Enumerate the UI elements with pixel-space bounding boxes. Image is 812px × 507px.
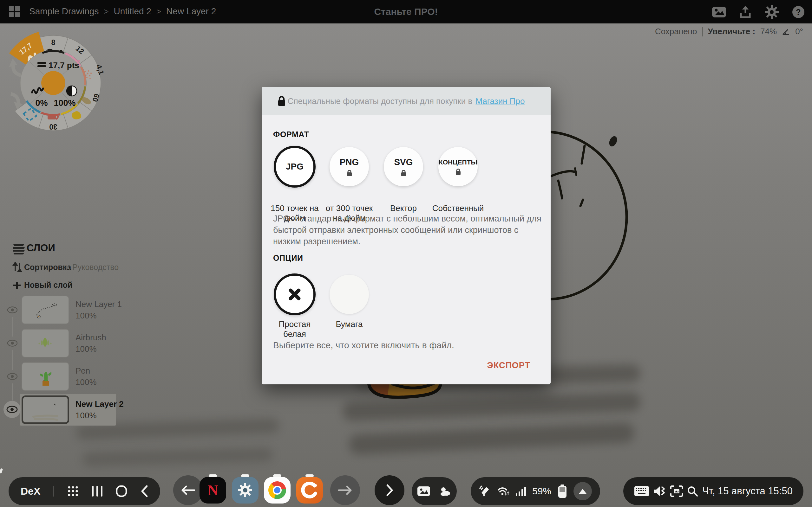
layer-opacity: 100%: [75, 344, 97, 354]
max-opacity-value[interactable]: 100%: [54, 98, 75, 108]
concepts-icon: [301, 481, 318, 499]
layer-thumbnail[interactable]: [21, 395, 69, 424]
back-button[interactable]: [141, 485, 148, 498]
format-option-svg[interactable]: SVG: [384, 147, 423, 186]
x-icon: [287, 287, 302, 302]
gallery-menu-icon[interactable]: [8, 6, 20, 18]
screenshot-icon[interactable]: [670, 486, 683, 497]
sort-label[interactable]: Сортировка: [24, 263, 71, 272]
app-chrome[interactable]: [264, 477, 291, 504]
recent-apps-button[interactable]: [92, 485, 103, 497]
layer-opacity: 100%: [75, 411, 97, 420]
zoom-label: Увеличьте :: [708, 26, 755, 37]
export-button[interactable]: ЭКСПОРТ: [487, 360, 530, 371]
home-button[interactable]: [115, 485, 128, 497]
format-sublabel: Вектор: [375, 204, 432, 213]
settings-button[interactable]: [764, 4, 779, 20]
running-app-indicator: [209, 474, 217, 477]
banner-text: Специальные форматы доступны для покупки…: [288, 96, 473, 106]
layer-thumbnail[interactable]: [21, 329, 69, 357]
brush-wheel[interactable]: 17,7 8 12 4,1 60 30 17,7 pts 0: [0, 25, 114, 146]
battery-percent: 59%: [532, 486, 551, 497]
nav-back-button[interactable]: [173, 475, 203, 505]
breadcrumb-project[interactable]: Sample Drawings: [29, 6, 99, 16]
angle-icon: [782, 28, 790, 36]
zoom-value[interactable]: 74%: [760, 26, 777, 37]
format-option-jpg[interactable]: JPG: [274, 146, 316, 187]
breadcrumb-drawing[interactable]: Untitled 2: [114, 6, 151, 16]
lock-icon: [401, 170, 406, 176]
breadcrumb-layer[interactable]: New Layer 2: [166, 6, 216, 16]
format-label: SVG: [394, 157, 413, 167]
expand-tray-button[interactable]: [573, 482, 592, 500]
pro-store-link[interactable]: Магазин Про: [475, 96, 525, 106]
upload-icon: [739, 5, 752, 19]
option-plain-white[interactable]: [274, 274, 316, 315]
option-label: Простая белая: [267, 320, 322, 339]
help-button[interactable]: ?: [791, 4, 806, 20]
format-description: JPG – стандартный формат с небольшим вес…: [273, 213, 542, 247]
nav-forward-button[interactable]: [330, 475, 360, 505]
arrow-left-icon: [181, 485, 195, 495]
clock[interactable]: Чт, 15 августа 15:50: [702, 486, 793, 497]
layer-row[interactable]: Airbrush 100%: [0, 329, 120, 359]
app-concepts[interactable]: [296, 477, 323, 504]
chevron-right-icon: [65, 265, 70, 270]
eye-visible-icon[interactable]: [7, 373, 18, 380]
gear-icon: [238, 483, 252, 498]
layer-row-selected[interactable]: New Layer 2 100%: [0, 394, 120, 427]
running-app-indicator: [273, 474, 281, 477]
sort-value[interactable]: Руководство: [72, 263, 119, 272]
new-layer-button[interactable]: Новый слой: [24, 280, 72, 290]
format-option-concepts[interactable]: КОНЦЕПТЫ: [438, 147, 478, 186]
option-paper[interactable]: [329, 275, 369, 314]
arrow-right-icon: [338, 485, 352, 495]
brush-size-value[interactable]: 17,7 pts: [49, 60, 79, 70]
import-image-button[interactable]: [711, 4, 727, 20]
status-pill[interactable]: 59%: [471, 477, 600, 505]
eye-visible-icon[interactable]: [7, 306, 18, 314]
eye-visible-icon[interactable]: [7, 339, 18, 347]
export-dialog: Специальные форматы доступны для покупки…: [262, 87, 551, 384]
app-netflix[interactable]: N: [200, 477, 226, 504]
weather-icon[interactable]: [439, 486, 451, 497]
taskbar-expand-button[interactable]: [374, 475, 404, 505]
layer-opacity: 100%: [75, 311, 97, 321]
layer-thumbnail[interactable]: [21, 362, 69, 391]
triangle-up-icon: [578, 488, 587, 494]
top-bar: Sample Drawings > Untitled 2 > New Layer…: [0, 0, 812, 23]
layer-name: Airbrush: [75, 333, 106, 343]
format-option-png[interactable]: PNG: [329, 147, 369, 186]
min-opacity-value[interactable]: 0%: [35, 98, 48, 108]
layer-name: New Layer 1: [75, 299, 122, 309]
lock-icon: [455, 168, 461, 175]
layer-row[interactable]: Pen 100%: [0, 362, 120, 392]
current-color-swatch[interactable]: [41, 71, 65, 95]
dex-label[interactable]: DeX: [20, 486, 40, 497]
breadcrumb-separator: >: [104, 7, 108, 16]
search-icon[interactable]: [687, 486, 698, 497]
format-label: JPG: [286, 162, 304, 172]
gallery-icon[interactable]: [417, 486, 430, 496]
go-pro-banner[interactable]: Станьте ПРО!: [374, 6, 438, 17]
undo-button[interactable]: [9, 58, 21, 75]
segment-value: 8: [51, 38, 55, 47]
app-settings[interactable]: [232, 477, 258, 504]
segment-value: 30: [49, 123, 57, 131]
eye-visible-badge[interactable]: [3, 401, 20, 418]
wifi-icon: [497, 486, 510, 497]
export-share-button[interactable]: [738, 4, 753, 20]
rotation-value[interactable]: 0°: [795, 26, 803, 37]
chevron-right-icon: [386, 484, 393, 497]
help-icon: ?: [792, 6, 804, 18]
sound-muted-icon[interactable]: [653, 486, 666, 497]
apps-grid-button[interactable]: [67, 485, 79, 497]
keyboard-icon[interactable]: [634, 486, 649, 497]
signal-icon: [516, 486, 526, 497]
option-label: Бумага: [321, 320, 377, 329]
layer-row[interactable]: New Layer 1 100%: [0, 296, 120, 326]
layer-thumbnail[interactable]: [21, 296, 69, 324]
chrome-icon: [268, 481, 286, 499]
running-app-indicator: [241, 474, 249, 477]
pro-formats-banner: Специальные форматы доступны для покупки…: [262, 87, 551, 115]
